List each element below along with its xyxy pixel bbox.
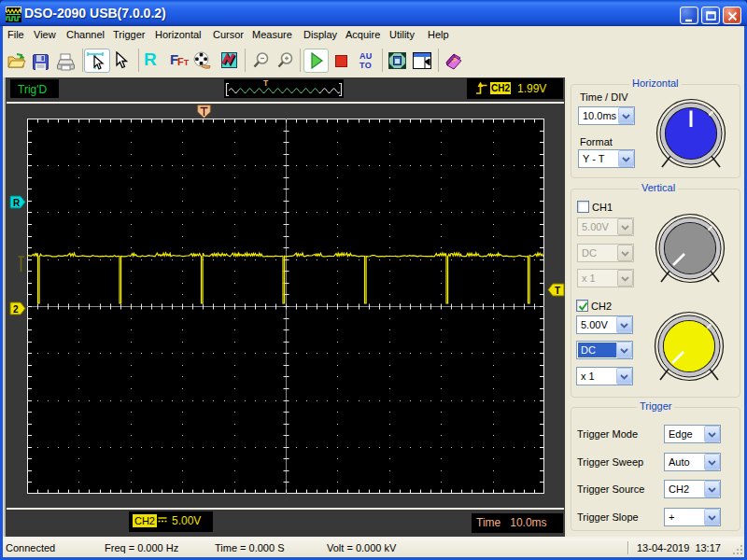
svg-text:R: R bbox=[13, 198, 21, 208]
svg-text:T: T bbox=[263, 79, 269, 88]
svg-text:T: T bbox=[555, 286, 560, 296]
svg-text:2: 2 bbox=[13, 304, 19, 315]
